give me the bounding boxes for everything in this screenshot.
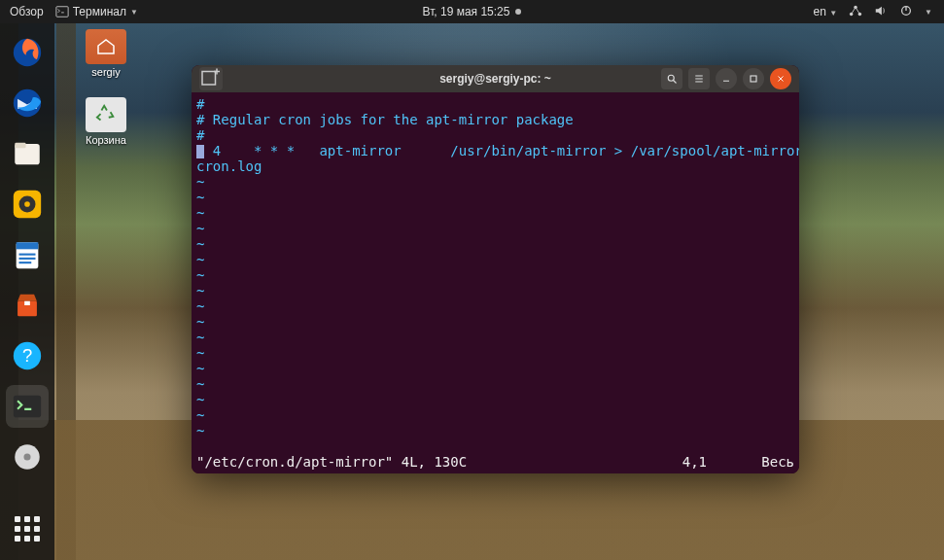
terminal-icon <box>55 5 69 18</box>
show-applications-button[interactable] <box>6 508 49 550</box>
svg-rect-16 <box>19 258 36 260</box>
app-menu-label: Терминал <box>73 5 126 18</box>
svg-rect-0 <box>56 7 68 18</box>
network-icon[interactable] <box>849 4 862 20</box>
svg-rect-22 <box>14 396 41 418</box>
search-icon <box>666 73 678 85</box>
desktop-trash[interactable]: Корзина <box>72 97 140 146</box>
svg-rect-17 <box>19 262 32 263</box>
keyboard-layout-label: en <box>813 5 825 18</box>
minimize-button[interactable] <box>716 68 737 89</box>
terminal-window: sergiy@sergiy-pc: ~ # # Regular cron job… <box>192 65 799 473</box>
vim-tilde: ~ <box>196 252 204 267</box>
vim-tilde: ~ <box>196 205 204 221</box>
vim-tilde: ~ <box>196 407 204 423</box>
dock-files[interactable] <box>6 132 49 175</box>
activities-button[interactable]: Обзор <box>10 5 44 18</box>
vim-tilde: ~ <box>196 314 204 330</box>
chevron-down-icon: ▼ <box>925 8 932 17</box>
dock-rhythmbox[interactable] <box>6 183 49 226</box>
home-icon <box>96 38 116 55</box>
desktop-folder-label: sergiy <box>72 66 140 78</box>
status-file: "/etc/cron.d/apt-mirror" 4L, 130C <box>196 454 467 470</box>
vim-tilde: ~ <box>196 236 204 252</box>
menu-button[interactable] <box>688 68 710 89</box>
terminal-content[interactable]: # # Regular cron jobs for the apt-mirror… <box>192 92 799 473</box>
svg-point-24 <box>23 453 30 460</box>
app-menu[interactable]: Терминал ▼ <box>55 5 138 18</box>
editor-line: # Regular cron jobs for the apt-mirror p… <box>196 112 574 127</box>
vim-tilde: ~ <box>196 283 204 298</box>
clock-label: Вт, 19 мая 15:25 <box>423 5 510 18</box>
svg-rect-9 <box>15 143 25 149</box>
svg-point-26 <box>668 75 674 81</box>
vim-tilde: ~ <box>196 330 204 345</box>
desktop-folder-home[interactable]: sergiy <box>72 29 140 78</box>
new-tab-icon <box>199 67 223 90</box>
vim-tilde: ~ <box>196 376 204 392</box>
editor-line: # <box>196 127 204 143</box>
svg-rect-15 <box>19 254 36 256</box>
vim-tilde: ~ <box>196 361 204 376</box>
svg-rect-19 <box>24 301 30 305</box>
dock: ? <box>0 23 54 560</box>
search-button[interactable] <box>661 68 682 89</box>
new-tab-button[interactable] <box>199 67 223 90</box>
vim-tilde: ~ <box>196 190 204 205</box>
dock-thunderbird[interactable] <box>6 82 49 124</box>
svg-rect-14 <box>17 242 39 249</box>
vim-tilde: ~ <box>196 423 204 438</box>
desktop-trash-label: Корзина <box>72 134 140 146</box>
svg-line-27 <box>674 81 677 84</box>
status-scroll: Весь <box>761 454 794 470</box>
vim-tilde: ~ <box>196 267 204 283</box>
vim-tilde: ~ <box>196 345 204 361</box>
vim-tilde: ~ <box>196 392 204 407</box>
close-icon <box>776 74 786 84</box>
notification-dot-icon <box>515 9 521 15</box>
dock-help[interactable]: ? <box>6 334 49 377</box>
dock-firefox[interactable] <box>6 31 49 74</box>
vim-tilde: ~ <box>196 174 204 190</box>
clock[interactable]: Вт, 19 мая 15:25 <box>423 5 522 18</box>
dock-terminal[interactable] <box>6 385 49 428</box>
top-bar: Обзор Терминал ▼ Вт, 19 мая 15:25 en ▼ ▼ <box>0 0 944 23</box>
svg-rect-25 <box>202 72 216 86</box>
dock-disc[interactable] <box>6 436 49 478</box>
svg-point-12 <box>24 201 30 207</box>
editor-line: 4 * * * apt-mirror /usr/bin/apt-mirror >… <box>204 143 799 158</box>
chevron-down-icon: ▼ <box>829 9 837 18</box>
minimize-icon <box>720 73 732 85</box>
chevron-down-icon: ▼ <box>130 8 138 17</box>
svg-text:?: ? <box>22 345 32 366</box>
window-title: sergiy@sergiy-pc: ~ <box>439 72 551 86</box>
titlebar[interactable]: sergiy@sergiy-pc: ~ <box>192 65 799 92</box>
editor-line: cron.log <box>196 158 262 174</box>
power-icon[interactable] <box>899 4 913 20</box>
maximize-icon <box>748 73 759 85</box>
maximize-button[interactable] <box>743 68 764 89</box>
svg-rect-29 <box>751 76 756 82</box>
keyboard-layout[interactable]: en ▼ <box>813 5 837 18</box>
vim-tilde: ~ <box>196 221 204 236</box>
editor-line: # <box>196 96 204 112</box>
vim-status-line: "/etc/cron.d/apt-mirror" 4L, 130C 4,1 Ве… <box>196 454 794 470</box>
dock-software[interactable] <box>6 284 49 327</box>
recycle-icon <box>95 104 117 125</box>
status-cursor-pos: 4,1 <box>682 454 707 470</box>
dock-libreoffice-writer[interactable] <box>6 233 49 276</box>
vim-tilde: ~ <box>196 298 204 314</box>
close-button[interactable] <box>770 68 791 89</box>
volume-icon[interactable] <box>874 4 888 20</box>
hamburger-icon <box>693 73 705 85</box>
